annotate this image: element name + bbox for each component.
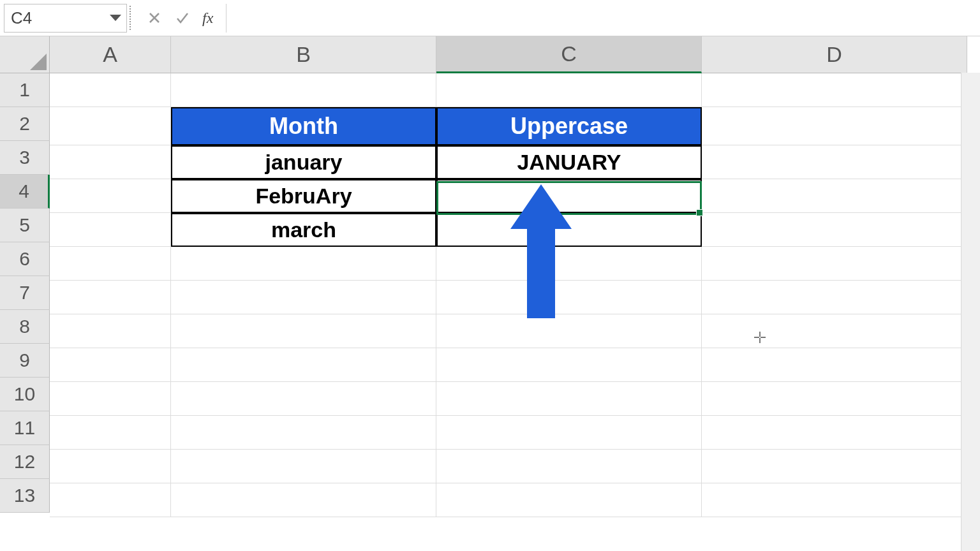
chevron-down-icon[interactable] <box>110 15 121 21</box>
cell-b4[interactable]: FebruAry <box>171 179 436 213</box>
cell-c3[interactable]: JANUARY <box>436 145 702 179</box>
cell-b12[interactable] <box>171 450 436 483</box>
cell-c11[interactable] <box>436 416 702 450</box>
row-header-12[interactable]: 12 <box>0 445 50 479</box>
row-header-8[interactable]: 8 <box>0 310 50 344</box>
cell-d13[interactable] <box>702 483 967 517</box>
cell-a4[interactable] <box>50 179 171 213</box>
row-5: march <box>50 213 967 247</box>
cell-a12[interactable] <box>50 450 171 483</box>
cell-a9[interactable] <box>50 348 171 382</box>
row-header-4[interactable]: 4 <box>0 175 50 209</box>
separator <box>130 4 136 33</box>
row-4: FebruAry <box>50 179 967 213</box>
cells-area: Month Uppercase january JANUARY FebruAry… <box>50 73 967 517</box>
row-13 <box>50 483 967 517</box>
name-box-value: C4 <box>11 8 32 28</box>
annotation-up-arrow-icon <box>510 184 572 321</box>
row-header-5[interactable]: 5 <box>0 209 50 242</box>
cell-d12[interactable] <box>702 450 967 483</box>
vertical-scrollbar[interactable] <box>961 73 980 551</box>
formula-buttons: fx <box>138 10 221 27</box>
formula-bar: C4 fx <box>0 0 980 36</box>
row-10 <box>50 382 967 416</box>
cell-d8[interactable] <box>702 314 967 348</box>
row-9 <box>50 348 967 382</box>
row-header-10[interactable]: 10 <box>0 378 50 411</box>
cell-a13[interactable] <box>50 483 171 517</box>
row-header-11[interactable]: 11 <box>0 411 50 445</box>
row-header-2[interactable]: 2 <box>0 107 50 141</box>
cell-a10[interactable] <box>50 382 171 416</box>
cell-a11[interactable] <box>50 416 171 450</box>
cell-b11[interactable] <box>171 416 436 450</box>
spreadsheet-grid: A B C D 1 2 3 4 5 6 7 8 9 10 11 12 13 Mo… <box>0 36 980 551</box>
fx-icon[interactable]: fx <box>202 10 213 27</box>
cell-d5[interactable] <box>702 213 967 247</box>
cell-d4[interactable] <box>702 179 967 213</box>
cell-a8[interactable] <box>50 314 171 348</box>
cell-b9[interactable] <box>171 348 436 382</box>
row-headers: 1 2 3 4 5 6 7 8 9 10 11 12 13 <box>0 73 50 513</box>
cell-b7[interactable] <box>171 281 436 314</box>
row-header-9[interactable]: 9 <box>0 344 50 378</box>
cell-a1[interactable] <box>50 73 171 107</box>
cell-a6[interactable] <box>50 247 171 281</box>
cell-b1[interactable] <box>171 73 436 107</box>
cell-c2-header-uppercase[interactable]: Uppercase <box>436 107 702 145</box>
cell-d11[interactable] <box>702 416 967 450</box>
cell-c9[interactable] <box>436 348 702 382</box>
row-6 <box>50 247 967 281</box>
separator <box>226 4 226 33</box>
cell-b10[interactable] <box>171 382 436 416</box>
row-1 <box>50 73 967 107</box>
cell-d2[interactable] <box>702 107 967 145</box>
column-headers: A B C D <box>50 36 967 73</box>
cell-d10[interactable] <box>702 382 967 416</box>
row-header-7[interactable]: 7 <box>0 276 50 310</box>
row-11 <box>50 416 967 450</box>
col-header-b[interactable]: B <box>171 36 436 73</box>
row-2: Month Uppercase <box>50 107 967 145</box>
cell-d6[interactable] <box>702 247 967 281</box>
cell-b8[interactable] <box>171 314 436 348</box>
row-3: january JANUARY <box>50 145 967 179</box>
row-12 <box>50 450 967 483</box>
cell-a2[interactable] <box>50 107 171 145</box>
cell-d9[interactable] <box>702 348 967 382</box>
col-header-c[interactable]: C <box>436 36 702 73</box>
cell-b13[interactable] <box>171 483 436 517</box>
select-all-triangle-icon <box>30 54 47 70</box>
cancel-icon[interactable] <box>146 10 163 26</box>
col-header-d[interactable]: D <box>702 36 967 73</box>
cell-a3[interactable] <box>50 145 171 179</box>
row-8 <box>50 314 967 348</box>
select-all-corner[interactable] <box>0 36 50 73</box>
cell-b3[interactable]: january <box>171 145 436 179</box>
row-header-3[interactable]: 3 <box>0 141 50 175</box>
cursor-plus-icon <box>754 332 766 346</box>
cell-a7[interactable] <box>50 281 171 314</box>
row-7 <box>50 281 967 314</box>
col-header-a[interactable]: A <box>50 36 171 73</box>
cell-a5[interactable] <box>50 213 171 247</box>
enter-icon[interactable] <box>174 10 191 26</box>
row-header-6[interactable]: 6 <box>0 242 50 276</box>
cell-c12[interactable] <box>436 450 702 483</box>
cell-b2-header-month[interactable]: Month <box>171 107 436 145</box>
cell-b5[interactable]: march <box>171 213 436 247</box>
row-header-13[interactable]: 13 <box>0 479 50 513</box>
cell-c13[interactable] <box>436 483 702 517</box>
cell-d1[interactable] <box>702 73 967 107</box>
cell-c10[interactable] <box>436 382 702 416</box>
cell-d7[interactable] <box>702 281 967 314</box>
cell-b6[interactable] <box>171 247 436 281</box>
name-box[interactable]: C4 <box>4 4 127 33</box>
formula-input[interactable] <box>232 4 980 33</box>
row-header-1[interactable]: 1 <box>0 73 50 107</box>
cell-d3[interactable] <box>702 145 967 179</box>
cell-c1[interactable] <box>436 73 702 107</box>
